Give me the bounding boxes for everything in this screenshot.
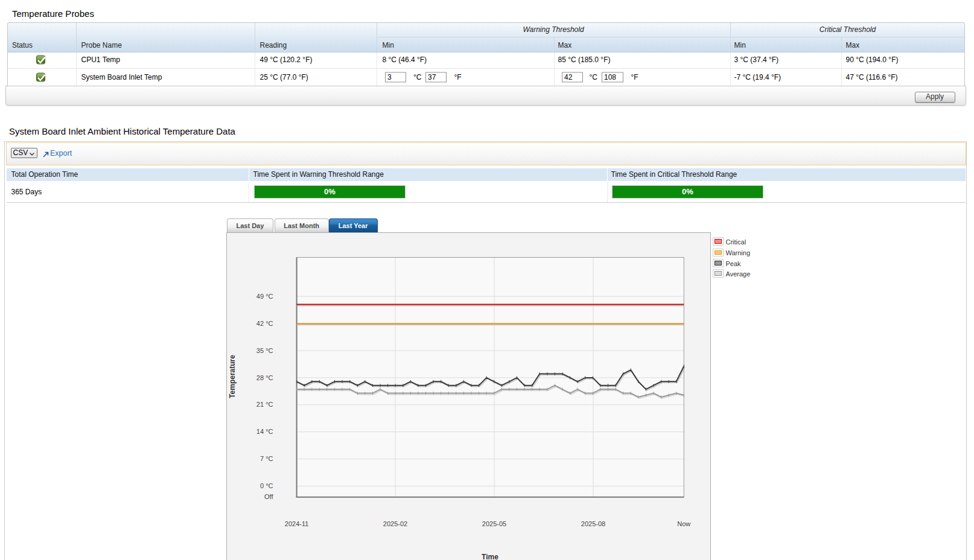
svg-text:Off: Off <box>264 493 273 500</box>
svg-text:2024-11: 2024-11 <box>285 520 309 527</box>
svg-text:Time: Time <box>482 553 498 560</box>
svg-text:2025-02: 2025-02 <box>383 520 407 527</box>
svg-text:7 °C: 7 °C <box>260 455 273 462</box>
svg-text:2025-05: 2025-05 <box>482 520 506 527</box>
svg-text:0 °C: 0 °C <box>260 482 273 489</box>
svg-text:14 °C: 14 °C <box>256 428 273 435</box>
svg-text:35 °C: 35 °C <box>256 347 273 354</box>
svg-text:49 °C: 49 °C <box>256 293 273 300</box>
svg-text:28 °C: 28 °C <box>256 374 273 381</box>
svg-text:21 °C: 21 °C <box>256 401 273 408</box>
svg-text:42 °C: 42 °C <box>256 320 273 327</box>
svg-text:2025-08: 2025-08 <box>581 520 605 527</box>
svg-text:Now: Now <box>677 520 690 527</box>
svg-text:Temperature: Temperature <box>228 355 237 398</box>
